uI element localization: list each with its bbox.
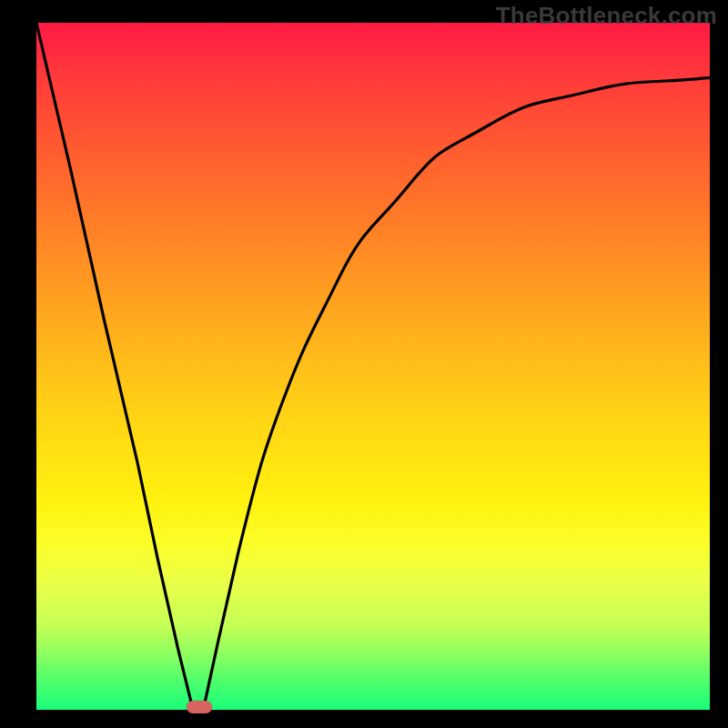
bottleneck-curve	[36, 23, 710, 710]
curve-path	[36, 23, 710, 708]
minimum-marker	[187, 701, 212, 713]
chart-frame: TheBottleneck.com	[0, 0, 728, 728]
plot-area	[36, 23, 710, 710]
